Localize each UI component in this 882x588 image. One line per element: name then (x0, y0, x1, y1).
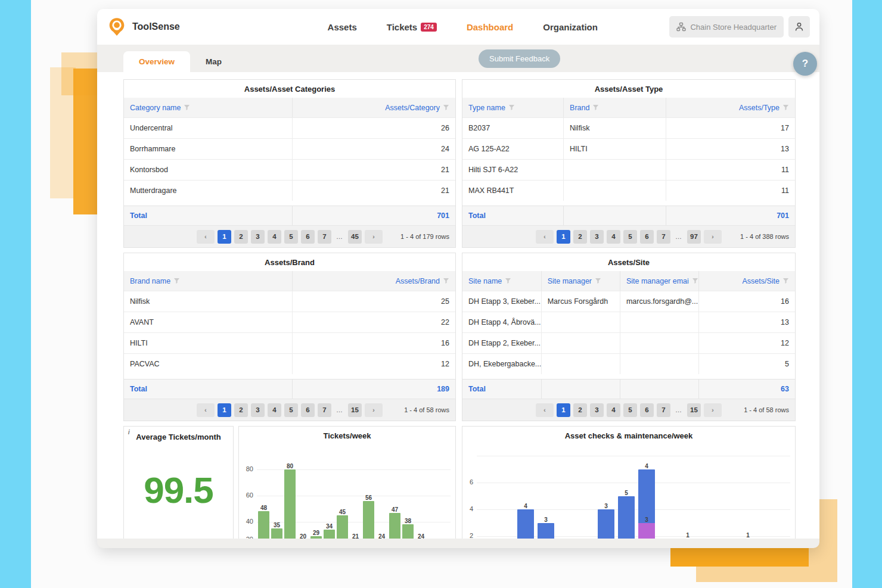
column-header[interactable]: Site manager emai (620, 271, 698, 291)
page-button[interactable]: 4 (268, 403, 281, 417)
page-button[interactable]: 3 (251, 403, 265, 417)
user-button[interactable] (788, 16, 810, 38)
page-last-button[interactable]: 15 (687, 403, 701, 417)
filter-icon[interactable] (595, 278, 601, 284)
page-prev-button[interactable]: ‹ (197, 403, 215, 417)
column-header-label: Site manager (548, 277, 592, 285)
nav-assets[interactable]: Assets (328, 22, 357, 32)
chart-bar-segment (638, 523, 655, 539)
table-row[interactable]: Borrhammare24 (124, 138, 455, 159)
table-row[interactable]: Mutterdragare21 (124, 180, 455, 201)
page-button[interactable]: 3 (590, 403, 604, 417)
page-button[interactable]: 7 (318, 230, 331, 244)
table-row[interactable]: DH Etapp 3, Ekeber...Marcus Forsgårdhmar… (462, 291, 795, 312)
page-button[interactable]: 2 (573, 230, 587, 244)
submit-feedback-button[interactable]: Submit Feedback (479, 49, 560, 68)
filter-icon[interactable] (508, 104, 515, 111)
bar-value-label: 38 (399, 518, 417, 524)
page-button[interactable]: 2 (234, 403, 248, 417)
table-row[interactable]: AVANT22 (124, 312, 455, 332)
table-cell (620, 354, 698, 374)
page-button[interactable]: 4 (607, 403, 620, 417)
table-row[interactable]: Undercentral26 (124, 117, 455, 138)
page-next-button[interactable]: › (365, 230, 383, 244)
column-header[interactable]: Category name (124, 98, 292, 117)
filter-icon[interactable] (782, 104, 789, 111)
page-button[interactable]: 6 (301, 230, 315, 244)
org-selector-button[interactable]: Chain Store Headquarter (669, 16, 784, 38)
page-button[interactable]: 1 (218, 403, 231, 417)
page-button[interactable]: 7 (318, 403, 331, 417)
page-button[interactable]: 7 (657, 230, 670, 244)
page-button[interactable]: 6 (640, 230, 654, 244)
column-header[interactable]: Assets/Brand (292, 271, 455, 291)
pagination: ‹1234567…97›1 - 4 of 388 rows (462, 225, 795, 247)
page-button[interactable]: 5 (623, 230, 637, 244)
page-button[interactable]: 5 (623, 403, 637, 417)
info-icon[interactable]: i (128, 428, 129, 435)
table-cell: PACVAC (124, 354, 292, 374)
column-header[interactable]: Assets/Site (698, 271, 795, 291)
page-button[interactable]: 4 (268, 230, 281, 244)
column-header[interactable]: Assets/Type (666, 98, 795, 117)
page-button[interactable]: 5 (284, 230, 298, 244)
column-header-label: Category name (130, 104, 181, 112)
table-cell: DH Etapp 2, Ekeber... (462, 333, 541, 353)
page-button[interactable]: 4 (607, 230, 620, 244)
nav-organization[interactable]: Organization (543, 22, 598, 32)
page-button[interactable]: 7 (657, 403, 670, 417)
page-button[interactable]: 2 (573, 403, 587, 417)
page-prev-button[interactable]: ‹ (197, 230, 215, 244)
page-next-button[interactable]: › (365, 403, 383, 417)
page-button[interactable]: 3 (590, 230, 604, 244)
column-header[interactable]: Brand (563, 98, 666, 117)
tab-map[interactable]: Map (190, 51, 237, 72)
help-button[interactable]: ? (793, 52, 817, 76)
table-row[interactable]: PACVAC12 (124, 353, 455, 374)
table-row[interactable]: Hilti SJT 6-A2211 (462, 159, 795, 180)
tab-overview[interactable]: Overview (123, 51, 190, 72)
page-button[interactable]: 2 (234, 230, 248, 244)
page-button[interactable]: 6 (640, 403, 654, 417)
filter-icon[interactable] (692, 278, 698, 284)
page-prev-button[interactable]: ‹ (536, 230, 554, 244)
page-button[interactable]: 3 (251, 230, 265, 244)
filter-icon[interactable] (782, 278, 789, 284)
table-row[interactable]: AG 125-A22HILTI13 (462, 138, 795, 159)
table-row[interactable]: DH, Ekebergabacke...5 (462, 353, 795, 374)
column-header[interactable]: Assets/Category (292, 98, 455, 117)
table-row[interactable]: DH Etapp 2, Ekeber...12 (462, 332, 795, 353)
page-next-button[interactable]: › (704, 403, 722, 417)
nav-dashboard[interactable]: Dashboard (467, 22, 513, 32)
page-next-button[interactable]: › (704, 230, 722, 244)
brand[interactable]: ToolSense (107, 17, 256, 37)
page-button[interactable]: 5 (284, 403, 298, 417)
table-row[interactable]: Nilfisk25 (124, 291, 455, 312)
filter-icon[interactable] (173, 278, 180, 284)
table-row[interactable]: DH Etapp 4, Åbrovä...13 (462, 312, 795, 332)
filter-icon[interactable] (443, 104, 449, 111)
table-row[interactable]: B2037Nilfisk17 (462, 117, 795, 138)
column-header[interactable]: Type name (462, 98, 563, 117)
page-button[interactable]: 6 (301, 403, 315, 417)
page-last-button[interactable]: 45 (348, 230, 362, 244)
filter-icon[interactable] (184, 104, 190, 111)
column-header[interactable]: Site manager (541, 271, 620, 291)
filter-icon[interactable] (592, 104, 599, 111)
page-button[interactable]: 1 (557, 403, 570, 417)
page-last-button[interactable]: 15 (348, 403, 362, 417)
nav-tickets[interactable]: Tickets 274 (387, 22, 437, 32)
page-prev-button[interactable]: ‹ (536, 403, 554, 417)
page-last-button[interactable]: 97 (687, 230, 701, 244)
page-button[interactable]: 1 (218, 230, 231, 244)
column-header[interactable]: Brand name (124, 271, 292, 291)
kpi-title: Average Tickets/month (124, 427, 233, 441)
table-row[interactable]: HILTI16 (124, 332, 455, 353)
table-row[interactable]: MAX RB441T11 (462, 180, 795, 201)
column-header[interactable]: Site name (462, 271, 541, 291)
nav-right: Chain Store Headquarter (669, 16, 810, 38)
table-row[interactable]: Kontorsbod21 (124, 159, 455, 180)
filter-icon[interactable] (443, 278, 449, 284)
page-button[interactable]: 1 (557, 230, 570, 244)
filter-icon[interactable] (505, 278, 511, 284)
